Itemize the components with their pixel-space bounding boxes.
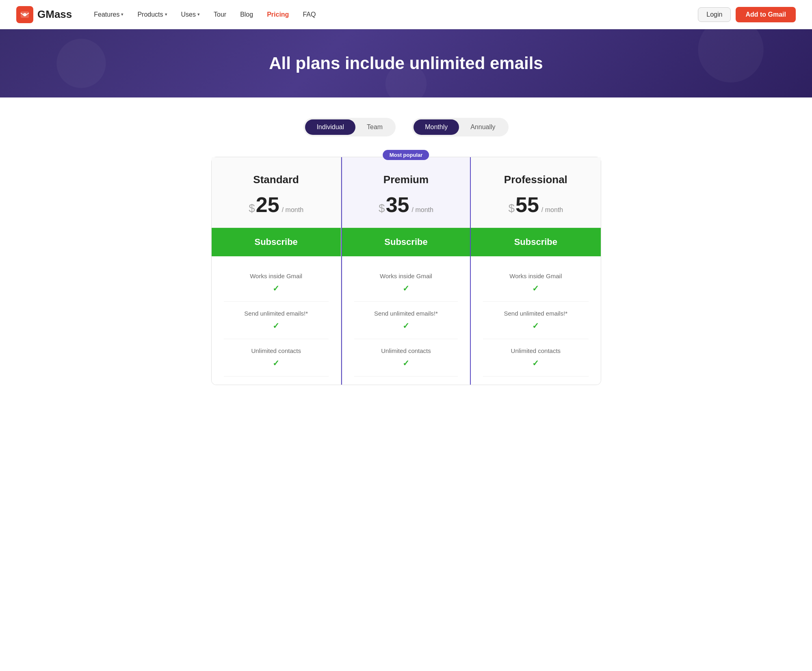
login-button[interactable]: Login	[698, 7, 731, 22]
plan-type-toggle: Individual Team	[303, 118, 396, 136]
logo-text: GMass	[37, 8, 72, 21]
toggle-monthly[interactable]: Monthly	[414, 119, 459, 135]
nav-uses[interactable]: Uses ▾	[175, 8, 206, 22]
premium-feature-contacts-check: ✓	[358, 358, 454, 368]
standard-feature-emails-label: Send unlimited emails!*	[228, 310, 325, 317]
standard-header: Standard $ 25 / month	[212, 157, 341, 228]
professional-feature-contacts-label: Unlimited contacts	[487, 347, 584, 354]
svg-point-1	[23, 13, 26, 16]
premium-name: Premium	[354, 173, 458, 186]
premium-feature-contacts: Unlimited contacts ✓	[354, 339, 458, 377]
professional-amount: 55	[515, 194, 539, 215]
premium-feature-gmail: Works inside Gmail ✓	[354, 264, 458, 302]
plan-professional: Professional $ 55 / month Subscribe Work…	[471, 157, 600, 385]
toggle-annually[interactable]: Annually	[459, 119, 507, 135]
professional-header: Professional $ 55 / month	[471, 157, 600, 228]
professional-subscribe-button[interactable]: Subscribe	[471, 228, 600, 256]
standard-feature-contacts-check: ✓	[228, 358, 325, 368]
professional-currency: $	[508, 202, 515, 215]
pricing-grid: Standard $ 25 / month Subscribe Works in…	[211, 157, 601, 385]
premium-feature-gmail-label: Works inside Gmail	[358, 273, 454, 279]
standard-feature-emails: Send unlimited emails!* ✓	[224, 302, 329, 339]
standard-amount: 25	[256, 194, 279, 215]
premium-price-area: $ 35 / month	[354, 194, 458, 215]
premium-feature-emails: Send unlimited emails!* ✓	[354, 302, 458, 339]
standard-name: Standard	[224, 173, 329, 186]
plan-premium: Most popular Premium $ 35 / month Subscr…	[341, 157, 471, 385]
chevron-down-icon: ▾	[165, 12, 167, 17]
nav-links: Features ▾ Products ▾ Uses ▾ Tour Blog P…	[88, 8, 698, 22]
premium-period: / month	[412, 206, 433, 214]
standard-feature-gmail-label: Works inside Gmail	[228, 273, 325, 279]
standard-feature-gmail: Works inside Gmail ✓	[224, 264, 329, 302]
premium-feature-emails-check: ✓	[358, 321, 454, 331]
nav-pricing[interactable]: Pricing	[261, 8, 294, 22]
premium-subscribe-button[interactable]: Subscribe	[342, 228, 470, 256]
professional-feature-emails-label: Send unlimited emails!*	[487, 310, 584, 317]
nav-blog[interactable]: Blog	[234, 8, 259, 22]
professional-feature-emails-check: ✓	[487, 321, 584, 331]
standard-currency: $	[249, 202, 255, 215]
premium-header: Premium $ 35 / month	[342, 157, 470, 228]
chevron-down-icon: ▾	[121, 12, 123, 17]
add-to-gmail-button[interactable]: Add to Gmail	[736, 7, 796, 22]
premium-currency: $	[379, 202, 385, 215]
nav-features[interactable]: Features ▾	[88, 8, 129, 22]
toggle-team[interactable]: Team	[355, 119, 394, 135]
nav-products[interactable]: Products ▾	[132, 8, 173, 22]
pricing-wrapper: Standard $ 25 / month Subscribe Works in…	[179, 157, 634, 385]
chevron-down-icon: ▾	[197, 12, 200, 17]
premium-feature-gmail-check: ✓	[358, 284, 454, 293]
professional-feature-gmail: Works inside Gmail ✓	[483, 264, 588, 302]
premium-amount: 35	[386, 194, 409, 215]
navbar: GMass Features ▾ Products ▾ Uses ▾ Tour …	[0, 0, 812, 29]
hero-banner: All plans include unlimited emails	[0, 29, 812, 97]
nav-tour[interactable]: Tour	[208, 8, 232, 22]
premium-features: Works inside Gmail ✓ Send unlimited emai…	[342, 256, 470, 385]
professional-feature-gmail-check: ✓	[487, 284, 584, 293]
standard-feature-emails-check: ✓	[228, 321, 325, 331]
professional-feature-contacts-check: ✓	[487, 358, 584, 368]
professional-name: Professional	[483, 173, 588, 186]
main-content: Individual Team Monthly Annually Standar…	[162, 97, 650, 405]
toggle-individual[interactable]: Individual	[305, 119, 355, 135]
hero-title: All plans include unlimited emails	[269, 54, 543, 73]
premium-feature-contacts-label: Unlimited contacts	[358, 347, 454, 354]
professional-feature-contacts: Unlimited contacts ✓	[483, 339, 588, 377]
nav-right: Login Add to Gmail	[698, 7, 796, 22]
standard-feature-contacts: Unlimited contacts ✓	[224, 339, 329, 377]
professional-feature-emails: Send unlimited emails!* ✓	[483, 302, 588, 339]
logo[interactable]: GMass	[16, 6, 72, 23]
logo-icon	[16, 6, 33, 23]
premium-feature-emails-label: Send unlimited emails!*	[358, 310, 454, 317]
billing-cycle-toggle: Monthly Annually	[412, 118, 508, 136]
plan-standard: Standard $ 25 / month Subscribe Works in…	[212, 157, 341, 385]
professional-price-area: $ 55 / month	[483, 194, 588, 215]
professional-period: / month	[541, 206, 563, 214]
nav-faq[interactable]: FAQ	[297, 8, 321, 22]
professional-features: Works inside Gmail ✓ Send unlimited emai…	[471, 256, 600, 385]
standard-feature-contacts-label: Unlimited contacts	[228, 347, 325, 354]
standard-price-area: $ 25 / month	[224, 194, 329, 215]
standard-period: / month	[282, 206, 303, 214]
toggle-area: Individual Team Monthly Annually	[179, 118, 634, 136]
professional-feature-gmail-label: Works inside Gmail	[487, 273, 584, 279]
standard-subscribe-button[interactable]: Subscribe	[212, 228, 341, 256]
standard-feature-gmail-check: ✓	[228, 284, 325, 293]
most-popular-badge: Most popular	[383, 150, 429, 160]
standard-features: Works inside Gmail ✓ Send unlimited emai…	[212, 256, 341, 385]
